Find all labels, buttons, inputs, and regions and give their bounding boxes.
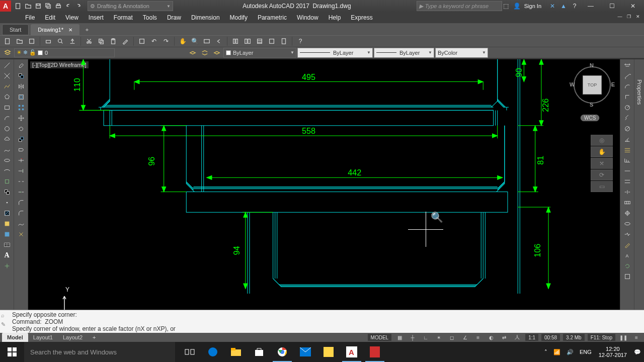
task-view-icon[interactable] bbox=[178, 342, 201, 362]
status-pause-icon[interactable]: ❚❚ bbox=[618, 333, 629, 341]
mirror-tool-icon[interactable] bbox=[16, 81, 27, 92]
mtext-tool-icon[interactable]: A bbox=[2, 250, 13, 260]
start-button[interactable] bbox=[0, 342, 24, 362]
dim-aligned-icon[interactable] bbox=[622, 71, 633, 81]
status-snap-toggle[interactable]: F11: Stop bbox=[587, 333, 616, 341]
dim-linear-icon[interactable] bbox=[622, 60, 633, 70]
view-cube[interactable]: N S W E TOP WCS bbox=[570, 62, 615, 123]
dim-update-icon[interactable] bbox=[622, 261, 633, 271]
status-osnap-icon[interactable]: ◻ bbox=[446, 333, 457, 341]
chamfer-tool-icon[interactable] bbox=[16, 198, 27, 208]
rect-tool-icon[interactable] bbox=[2, 103, 13, 113]
dim-ordinate-icon[interactable] bbox=[622, 92, 633, 102]
spline-tool-icon[interactable] bbox=[2, 145, 13, 155]
workspace-dropdown[interactable]: ⚙ Drafting & Annotation ▼ bbox=[88, 1, 173, 11]
showmotion-icon[interactable]: ▭ bbox=[591, 181, 613, 192]
autodesk-icon[interactable]: ⬚ bbox=[502, 2, 510, 10]
cmd-config-icon[interactable]: ✎ bbox=[1, 321, 6, 328]
explode-tool-icon[interactable] bbox=[16, 229, 27, 239]
menu-help[interactable]: Help bbox=[324, 12, 346, 23]
match-icon[interactable] bbox=[120, 36, 131, 46]
dim-diameter-icon[interactable] bbox=[622, 124, 633, 134]
insert-block-icon[interactable] bbox=[2, 176, 13, 187]
trim-tool-icon[interactable] bbox=[16, 155, 27, 165]
steering-wheel-icon[interactable]: ◎ bbox=[591, 135, 613, 146]
region-tool-icon[interactable] bbox=[2, 229, 13, 239]
qat-open-icon[interactable] bbox=[23, 1, 33, 11]
doc-min-icon[interactable]: — bbox=[616, 13, 624, 20]
dim-baseline-icon[interactable] bbox=[622, 155, 633, 165]
layer-iso-icon[interactable] bbox=[187, 48, 198, 58]
status-lwt-icon[interactable]: ≡ bbox=[472, 333, 484, 341]
tray-net-icon[interactable]: 📶 bbox=[550, 349, 564, 355]
zoom-nav-icon[interactable]: ⤧ bbox=[591, 158, 613, 169]
zoom-win-icon[interactable] bbox=[201, 36, 212, 46]
block-icon[interactable] bbox=[136, 36, 147, 46]
pan-icon[interactable]: ✋ bbox=[177, 36, 188, 46]
user-icon[interactable]: 👤 bbox=[513, 2, 521, 10]
notes-icon[interactable] bbox=[317, 342, 340, 362]
menu-express[interactable]: Express bbox=[346, 12, 377, 23]
layout-tab-layout1[interactable]: Layout1 bbox=[28, 333, 58, 342]
status-otrack-icon[interactable]: ∠ bbox=[459, 333, 470, 341]
dimstyle-icon[interactable] bbox=[622, 272, 633, 282]
tab-start[interactable]: Start bbox=[2, 24, 29, 35]
drawing-canvas[interactable]: [-][Top][2D Wireframe] bbox=[28, 59, 620, 330]
dim-break-icon[interactable] bbox=[622, 187, 633, 197]
menu-parametric[interactable]: Parametric bbox=[253, 12, 292, 23]
linetype-dropdown[interactable]: ByLayer▼ bbox=[297, 48, 373, 58]
minimize-button[interactable]: — bbox=[582, 1, 600, 12]
lineweight-dropdown[interactable]: ByLayer▼ bbox=[374, 48, 434, 58]
taskbar-search-input[interactable]: Search the web and Windows bbox=[24, 342, 175, 362]
inspect-icon[interactable] bbox=[622, 219, 633, 229]
qat-save-icon[interactable] bbox=[33, 1, 43, 11]
orbit-nav-icon[interactable]: ⟳ bbox=[591, 169, 613, 180]
pan-nav-icon[interactable]: ✋ bbox=[591, 146, 613, 157]
menu-format[interactable]: Format bbox=[109, 12, 138, 23]
menu-tools[interactable]: Tools bbox=[138, 12, 162, 23]
new-icon[interactable] bbox=[2, 36, 13, 46]
save2-icon[interactable] bbox=[26, 36, 37, 46]
break-tool-icon[interactable] bbox=[16, 176, 27, 187]
tool-pal-icon[interactable] bbox=[254, 36, 265, 46]
layout-tab-add[interactable]: + bbox=[88, 333, 101, 342]
nav-bar[interactable]: ◎ ✋ ⤧ ⟳ ▭ bbox=[591, 135, 613, 193]
exchange-icon[interactable]: ✕ bbox=[548, 2, 556, 10]
wcs-label[interactable]: WCS bbox=[581, 115, 599, 121]
menu-view[interactable]: View bbox=[60, 12, 84, 23]
cut-icon[interactable] bbox=[84, 36, 95, 46]
help-search-input[interactable]: ▶Type a keyword or phrase bbox=[417, 1, 502, 11]
edge-icon[interactable] bbox=[201, 342, 224, 362]
store-icon[interactable] bbox=[248, 342, 271, 362]
chrome-icon[interactable] bbox=[271, 342, 294, 362]
xline-tool-icon[interactable] bbox=[2, 71, 13, 81]
menu-draw[interactable]: Draw bbox=[162, 12, 186, 23]
layout-tab-layout2[interactable]: Layout2 bbox=[58, 333, 88, 342]
qat-saveall-icon[interactable] bbox=[43, 1, 53, 11]
open-icon[interactable] bbox=[14, 36, 25, 46]
dim-space-icon[interactable] bbox=[622, 176, 633, 187]
erase-tool-icon[interactable] bbox=[16, 60, 27, 70]
offset-tool-icon[interactable] bbox=[16, 92, 27, 102]
status-snap-icon[interactable]: ┼ bbox=[407, 333, 418, 341]
preview-icon[interactable] bbox=[55, 36, 66, 46]
addselected-icon[interactable] bbox=[2, 261, 13, 271]
table-tool-icon[interactable] bbox=[2, 240, 13, 250]
status-cycling-icon[interactable]: ⇄ bbox=[499, 333, 510, 341]
tray-vol-icon[interactable]: 🔊 bbox=[564, 349, 577, 355]
layer-uniso-icon[interactable] bbox=[199, 48, 210, 58]
doc-restore-icon[interactable]: ❐ bbox=[625, 13, 633, 20]
tab-new-button[interactable]: + bbox=[82, 24, 93, 35]
pdf-icon[interactable] bbox=[363, 342, 386, 362]
menu-window[interactable]: Window bbox=[292, 12, 324, 23]
zoom-icon[interactable]: 🔍 bbox=[189, 36, 200, 46]
menu-file[interactable]: File bbox=[20, 12, 40, 23]
join-tool-icon[interactable] bbox=[16, 187, 27, 197]
status-ortho-icon[interactable]: ∟ bbox=[420, 333, 431, 341]
qat-print-icon[interactable] bbox=[53, 1, 63, 11]
doc-close-icon[interactable]: ✕ bbox=[634, 13, 642, 20]
plotstyle-dropdown[interactable]: ByColor▼ bbox=[435, 48, 488, 58]
tray-clock[interactable]: 12:2012-07-2017 bbox=[595, 346, 631, 358]
help-icon[interactable]: ? bbox=[571, 2, 579, 10]
menu-modify[interactable]: Modify bbox=[225, 12, 253, 23]
